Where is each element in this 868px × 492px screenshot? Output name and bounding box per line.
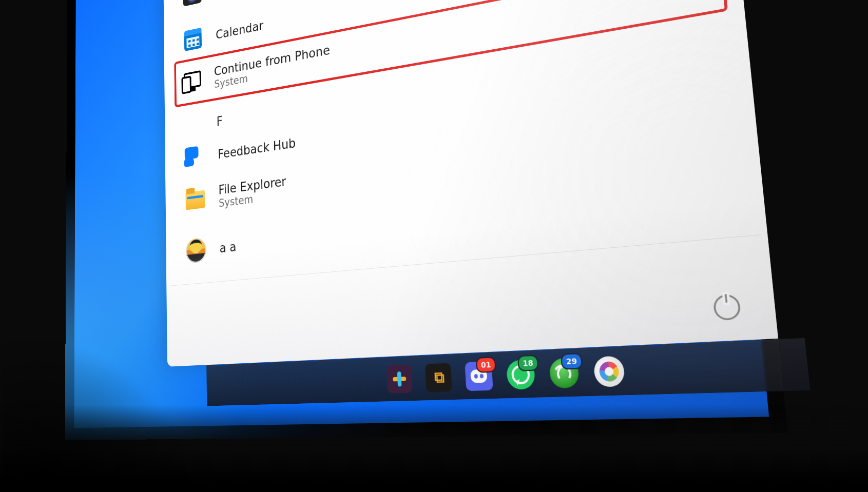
- taskbar-item-paint[interactable]: [593, 356, 626, 387]
- avatar-icon: [185, 236, 207, 265]
- xbox-badge: 29: [561, 353, 583, 370]
- app-label: Calendar: [216, 18, 263, 42]
- start-menu: Clock Camera Calendar: [163, 0, 778, 367]
- feedback-hub-icon: [184, 143, 205, 172]
- foreground-blur: [0, 338, 185, 492]
- user-name: a a: [219, 239, 236, 255]
- app-label: Feedback Hub: [218, 135, 296, 161]
- phone-to-pc-icon: [181, 67, 202, 96]
- calendar-icon: [182, 25, 204, 54]
- slack-icon: [392, 371, 406, 387]
- folder-icon: [184, 185, 206, 213]
- all-apps-list: Clock Camera Calendar: [178, 0, 740, 269]
- paint-icon: [599, 361, 620, 382]
- discord-badge: 01: [476, 357, 496, 373]
- taskbar-item-slack[interactable]: [387, 365, 413, 393]
- camera-icon: [182, 0, 203, 11]
- taskbar-item-discord[interactable]: 01: [465, 361, 493, 391]
- taskbar-item-vmware[interactable]: ⧉: [425, 363, 452, 392]
- taskbar-item-whatsapp[interactable]: 18: [506, 360, 536, 390]
- taskbar-item-xbox[interactable]: 29: [549, 358, 580, 388]
- vmware-icon: ⧉: [434, 368, 443, 387]
- whatsapp-badge: 18: [517, 355, 539, 371]
